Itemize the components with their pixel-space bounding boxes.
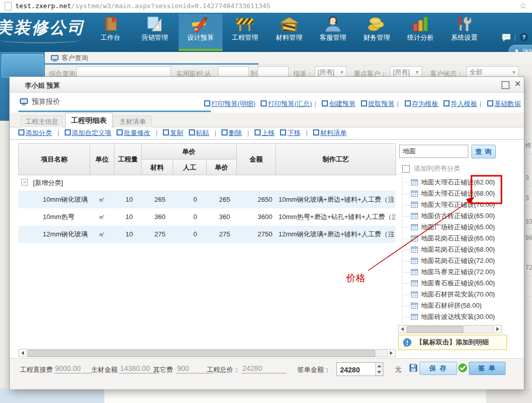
nav-item-marketing[interactable]: 营销管理 [133,14,177,50]
nav-item-materials[interactable]: 材料管理 [267,14,311,50]
table-row[interactable]: 10mm热弯 ㎡ 10 360 0 360 3600 10mm热弯+磨边+钻孔+… [18,208,396,226]
screen: test.zxerp.net/system/w3/main.aspx?sessi… [0,0,532,403]
action-link[interactable]: 存为模板 [405,100,438,108]
material-search-input[interactable] [399,145,468,158]
nav-item-settings[interactable]: 系统设置 [442,14,486,50]
toolbar-link[interactable]: 添加分类 [18,129,52,137]
material-list-item[interactable]: 地面大理石正铺设(68.00) [398,188,515,199]
material-list-item[interactable]: 地面广场砖正铺设(65.00) [398,222,515,233]
material-list-item[interactable]: 地面仿古砖正铺设(65.00) [398,210,515,222]
link-square-icon [361,100,367,106]
sign-button[interactable]: 签 单 [469,362,506,375]
action-link[interactable]: 打印预算(汇总) [261,100,312,108]
toolbar-link[interactable]: 材料清单 [313,129,347,137]
dialog-title: 李小姐 预算 [25,81,60,90]
nav-item-service[interactable]: 客服管理 [311,14,355,50]
toolbar-link[interactable]: 批量修改 [117,129,150,137]
scrollbar-thumb[interactable] [28,350,375,357]
dialog-tab-strip: 工程主信息 工程明细表 主材清单 [10,113,524,127]
nav-item-finance[interactable]: 财务管理 [355,14,399,50]
bar-chart-icon [411,16,430,32]
material-list-item[interactable]: 地面花岗石正铺设(65.00) [398,233,515,244]
material-list-item[interactable]: 地面青石板正铺设(65.00) [398,278,515,289]
tab-main-materials[interactable]: 主材清单 [114,116,152,127]
scroll-right-icon[interactable] [387,350,395,357]
action-link[interactable]: 导入模板 [443,100,477,108]
category-row[interactable]: [新增分类] [18,175,396,191]
tab-detail-table[interactable]: 工程明细表 [65,113,113,128]
toolbar-link[interactable]: 粘贴 [189,129,209,137]
collapse-icon[interactable] [21,179,28,185]
link-square-icon [117,129,123,136]
action-link[interactable]: 提取预算 [361,100,395,108]
section-header: 预算报价 [20,97,60,106]
nav-item-project[interactable]: 工程管理 [223,14,267,50]
action-link[interactable]: 基础数据 [487,100,521,108]
book-icon [101,16,120,32]
table-body: 10mm钢化玻璃 ㎡ 10 265 0 265 2650 10mm钢化玻璃+磨边… [18,191,396,243]
material-list-item[interactable]: 地面砖波达线安装(30.00) [398,311,515,323]
scroll-left-icon[interactable] [19,350,27,357]
scroll-right-icon[interactable] [493,326,501,333]
grid-table-icon [411,202,418,208]
bookmark-star-icon[interactable]: ☆ [519,1,527,11]
material-list-item[interactable]: 地面大理石正铺设(70.00) [398,199,515,210]
material-list-item[interactable]: 地面大理石正铺设(62.00) [398,177,515,188]
nav-item-workbench[interactable]: 工作台 [89,14,132,50]
material-list-item[interactable]: 地面石材拼花安装(70.00) [398,289,515,300]
spinner-up-icon [377,365,381,367]
help-icon[interactable]: ? [520,33,528,41]
sidebar-highlight[interactable] [2,54,44,77]
section-title: 预算报价 [32,97,60,106]
action-link[interactable]: 创建预算 [322,100,355,108]
amount-spinner[interactable] [375,363,383,375]
toolbar-link[interactable]: 下移 [280,129,300,137]
direct-fee-value[interactable]: 9000.00 [54,364,92,373]
toolbar-link[interactable]: 删除 [221,129,242,137]
query-button[interactable]: 查 询 [471,145,496,158]
maximize-icon[interactable] [501,81,510,89]
tab-project-info[interactable]: 工程主信息 [21,116,63,127]
material-list-item[interactable]: 地面石材碎拼(58.00) [398,300,515,311]
link-square-icon [322,100,328,106]
tools-icon [455,16,474,32]
close-icon[interactable] [513,79,523,89]
add-to-all-checkbox[interactable] [402,165,410,173]
toolbar-link[interactable]: 添加自定义项 [65,129,111,137]
grid-table-icon [411,179,418,185]
panel-horizontal-scrollbar[interactable] [398,325,502,333]
scroll-left-icon[interactable] [399,326,407,333]
budget-dialog: 李小姐 预算 预算报价 打印预算(明细) 打印预算(汇总) | 创建预算 提取预… [9,76,524,389]
material-list-item[interactable]: 地面花岗石正铺设(72.00) [398,255,515,266]
scrollbar-thumb[interactable] [407,326,463,333]
toolbar-link[interactable]: 复制 [163,129,183,137]
link-square-icon [204,100,210,106]
nav-item-design-budget[interactable]: 设计预算 [179,14,222,51]
material-list-item[interactable]: 地面马赛克正铺设(72.00) [398,266,515,278]
page-icon [5,2,12,11]
link-square-icon [18,129,24,136]
chat-bubble-icon[interactable] [501,33,511,43]
link-square-icon [280,129,286,136]
grid-table-icon [411,291,418,298]
nav-item-statistics[interactable]: 统计分析 [399,14,442,50]
toolbar-link[interactable]: 上移 [255,129,275,137]
table-row[interactable]: 10mm钢化玻璃 ㎡ 10 265 0 265 2650 10mm钢化玻璃+磨边… [18,191,396,208]
link-square-icon [255,129,261,136]
table-row[interactable]: 12mm钢化玻璃 ㎡ 10 275 0 275 2750 12mm钢化玻璃+磨边… [18,226,396,243]
currency-unit: 元 [395,365,402,374]
save-button[interactable]: 保 存 [419,362,457,375]
material-list-item[interactable]: 地面花岗石正铺设(68.00) [398,244,515,255]
col-header-unitprice: 单价 [207,159,237,175]
table-horizontal-scrollbar[interactable] [18,349,396,357]
action-link[interactable]: 打印预算(明细) [204,100,256,108]
sign-amount-input-box [337,362,383,376]
total-value[interactable]: 24280 [241,364,286,373]
url-text[interactable]: test.zxerp.net/system/w3/main.aspx?sessi… [15,2,270,10]
spinner-down-icon [377,371,381,373]
toolbar-link: | [156,129,157,137]
tab-customer-query[interactable]: 客户查询 [51,53,88,63]
checkbox-label: 添加到所有分类 [414,164,460,173]
sign-amount-input[interactable] [337,363,380,377]
dialog-titlebar[interactable]: 李小姐 预算 [10,77,524,93]
